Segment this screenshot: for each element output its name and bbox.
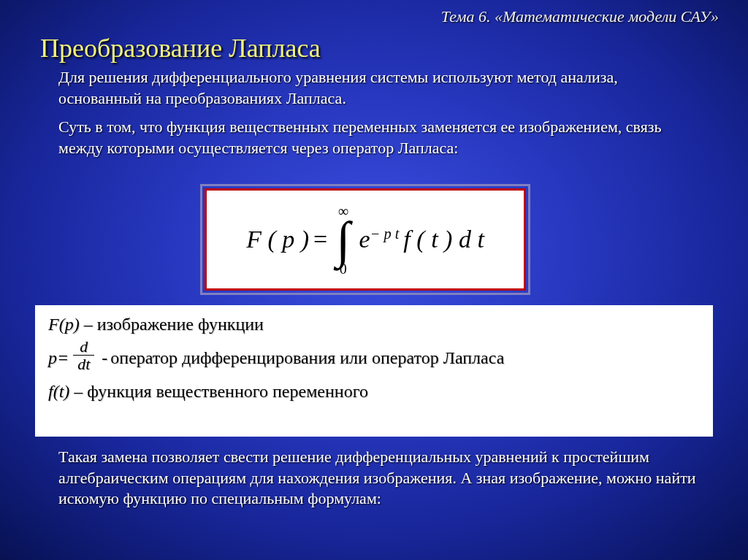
def-fp-symbol: F(p)	[48, 315, 80, 334]
paragraph-essence: Суть в том, что функция вещественных пер…	[58, 117, 701, 158]
def-ft-symbol: f(t)	[48, 382, 69, 401]
topic-label: Тема 6. «Математические модели САУ»	[441, 7, 719, 26]
laplace-formula: F ( p ) = ∞ ∫ 0 e− p t f ( t ) d t	[246, 219, 484, 260]
formula-e-sup: − p t	[370, 226, 400, 242]
definition-p: p= d dt - оператор дифференцирования или…	[48, 340, 700, 375]
definitions-box: F(p) – изображение функции p= d dt - опе…	[35, 305, 713, 437]
fraction-numerator: d	[73, 339, 94, 356]
slide-title: Преобразование Лапласа	[40, 33, 321, 64]
fraction-denominator: dt	[73, 356, 94, 373]
laplace-formula-box: F ( p ) = ∞ ∫ 0 e− p t f ( t ) d t	[205, 188, 526, 291]
integral-icon: ∫	[336, 212, 350, 268]
def-fp-text: – изображение функции	[80, 315, 264, 334]
paragraph-conclusion: Такая замена позволяет свести решение ди…	[58, 447, 716, 510]
def-p-symbol: p=	[48, 346, 69, 369]
def-ft-text: – функция вещественного переменного	[69, 382, 368, 401]
formula-integrand: f ( t ) d t	[403, 226, 484, 253]
definition-fp: F(p) – изображение функции	[48, 312, 700, 336]
paragraph-intro: Для решения дифференциального уравнения …	[58, 67, 694, 109]
def-p-fraction: d dt	[73, 339, 94, 373]
formula-exp: e− p t	[359, 226, 399, 253]
definition-ft: f(t) – функция вещественного переменного	[48, 380, 700, 403]
def-p-text: оператор дифференцирования или оператор …	[110, 346, 504, 369]
formula-e: e	[359, 226, 370, 253]
formula-lhs: F ( p )	[246, 226, 309, 253]
integral-symbol: ∞ ∫ 0	[336, 219, 350, 260]
formula-eq: =	[313, 226, 327, 253]
integral-lower: 0	[340, 261, 347, 277]
def-p-sep: -	[102, 346, 107, 369]
